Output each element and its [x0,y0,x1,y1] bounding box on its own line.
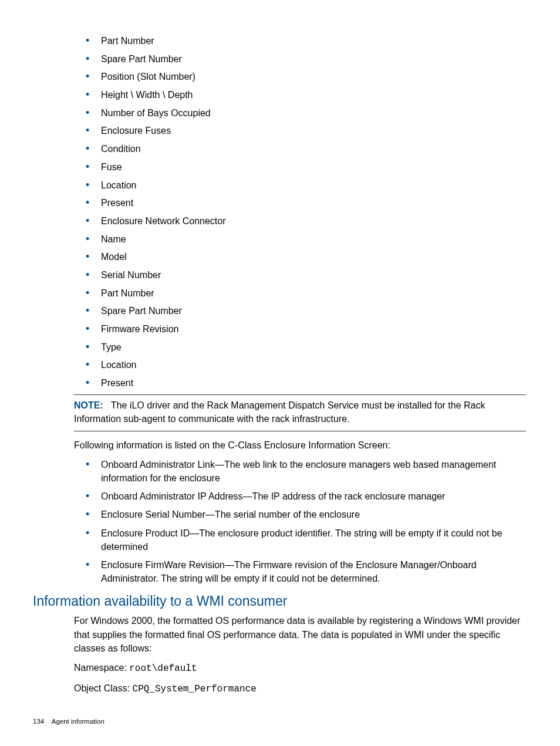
list-item: Location [86,358,526,372]
object-class-value: CPQ_System_Performance [133,684,257,694]
list-item: Part Number [86,286,526,300]
namespace-label: Namespace: [74,663,129,673]
list-item: Onboard Administrator Link—The web link … [86,458,526,485]
list-item: Onboard Administrator IP Address—The IP … [86,490,526,503]
note-box: NOTE: The iLO driver and the Rack Manage… [74,394,526,431]
list-item: Enclosure Fuses [86,124,526,137]
list-item: Enclosure Product ID—The enclosure produ… [86,526,526,553]
list-item: Height \ Width \ Depth [86,88,526,102]
list-item: Fuse [86,160,526,174]
list-item: Enclosure Network Connector [86,214,526,228]
list-item: Enclosure Serial Number—The serial numbe… [86,508,526,521]
object-class-line: Object Class: CPQ_System_Performance [74,681,526,696]
list-item: Present [86,376,526,390]
note-label: NOTE: [74,400,103,410]
list-item: Type [86,340,526,354]
object-class-label: Object Class: [74,683,133,693]
list-item: Number of Bays Occupied [86,106,526,120]
list-item: Spare Part Number [86,52,526,66]
page-footer: 134 Agent information [33,718,104,725]
list-item: Present [86,196,526,210]
section-heading: Information availability to a WMI consum… [33,593,527,609]
list-item: Serial Number [86,268,526,282]
para-following: Following information is listed on the C… [74,438,526,452]
list-item: Spare Part Number [86,304,526,318]
namespace-line: Namespace: root\default [74,661,526,676]
list-item: Position (Slot Number) [86,70,526,83]
note-text: The iLO driver and the Rack Management D… [74,400,485,424]
property-list-2: Onboard Administrator Link—The web link … [74,458,526,586]
list-item: Condition [86,142,526,156]
property-list-1: Part Number Spare Part Number Position (… [74,34,526,390]
para-wmi: For Windows 2000, the formatted OS perfo… [74,614,526,655]
page-number: 134 [33,718,44,725]
list-item: Firmware Revision [86,322,526,336]
list-item: Enclosure FirmWare Revision—The Firmware… [86,558,526,585]
footer-title: Agent information [52,718,104,725]
namespace-value: root\default [129,663,197,674]
list-item: Name [86,232,526,246]
list-item: Model [86,250,526,264]
list-item: Location [86,178,526,192]
list-item: Part Number [86,34,526,48]
